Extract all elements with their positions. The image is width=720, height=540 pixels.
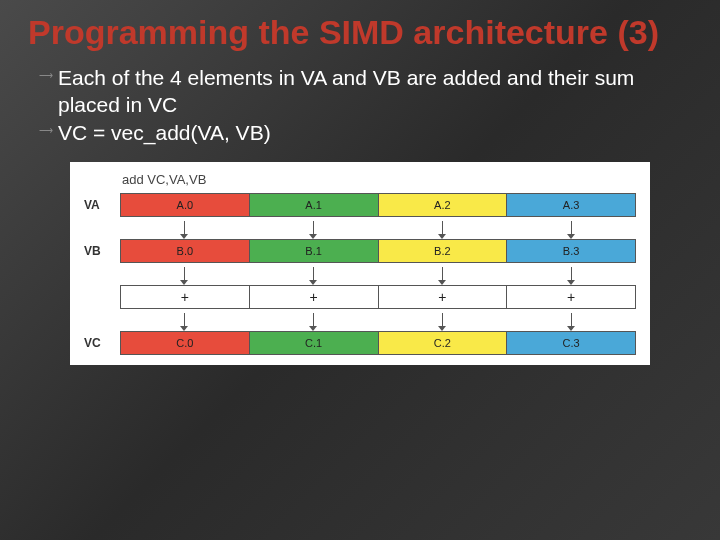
vc-cell-1: C.1 [250,332,379,354]
arrow-down-icon [571,267,573,281]
op-cell-0: + [121,286,250,308]
va-cell-0: A.0 [121,194,250,216]
va-cell-1: A.1 [250,194,379,216]
vc-label: VC [84,331,120,355]
vb-cell-1: B.1 [250,240,379,262]
arrows-va-vb [84,217,636,239]
va-cell-3: A.3 [507,194,635,216]
vector-vb-row: VB B.0 B.1 B.2 B.3 [84,239,636,263]
vc-cell-0: C.0 [121,332,250,354]
slide-title: Programming the SIMD architecture (3) [0,0,720,55]
operation-row: + + + + [84,285,636,309]
va-label: VA [84,193,120,217]
arrow-down-icon [442,267,444,281]
vc-cell-3: C.3 [507,332,635,354]
op-cell-1: + [250,286,379,308]
vb-cell-0: B.0 [121,240,250,262]
arrow-down-icon [184,313,186,327]
arrow-down-icon [442,313,444,327]
arrow-down-icon [571,221,573,235]
vector-va-row: VA A.0 A.1 A.2 A.3 [84,193,636,217]
vb-label: VB [84,239,120,263]
arrow-down-icon [184,267,186,281]
arrow-down-icon [313,267,315,281]
vector-vc-row: VC C.0 C.1 C.2 C.3 [84,331,636,355]
instruction-text: add VC,VA,VB [84,170,636,193]
arrow-down-icon [571,313,573,327]
bullet-list: Each of the 4 elements in VA and VB are … [0,55,720,156]
arrow-down-icon [313,313,315,327]
bullet-item: Each of the 4 elements in VA and VB are … [40,65,680,118]
arrows-op-vc [84,309,636,331]
va-cell-2: A.2 [379,194,508,216]
bullet-item: VC = vec_add(VA, VB) [40,120,680,146]
vb-cell-3: B.3 [507,240,635,262]
op-cell-3: + [507,286,635,308]
arrow-down-icon [442,221,444,235]
arrows-vb-op [84,263,636,285]
arrow-down-icon [313,221,315,235]
vc-cell-2: C.2 [379,332,508,354]
simd-diagram: add VC,VA,VB VA A.0 A.1 A.2 A.3 VB B.0 B… [70,162,650,365]
op-cell-2: + [379,286,508,308]
arrow-down-icon [184,221,186,235]
op-label [84,285,120,309]
vb-cell-2: B.2 [379,240,508,262]
